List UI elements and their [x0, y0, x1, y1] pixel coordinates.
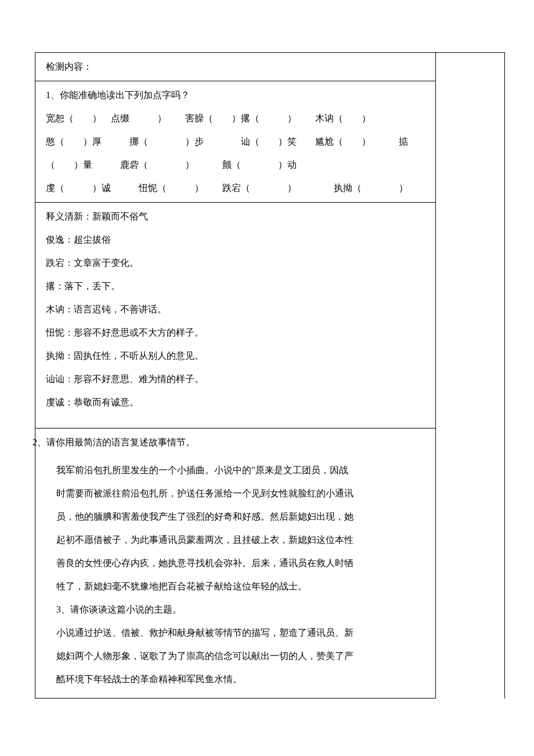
q3-prompt: 3、请你谈谈这篇小说的主题。 — [56, 598, 425, 621]
q1-prompt: 1、你能准确地读出下列加点字吗？ — [46, 84, 425, 107]
header-row: 检测内容： — [35, 53, 435, 81]
q2-body-5: 善良的女性便心存内疚，她执意寻找机会弥补。后来，通讯员在救人时牺 — [56, 552, 425, 575]
q2-body-3: 员，他的腼腆和害羞使我产生了强烈的好奇和好感。然后新媳妇出现，她 — [56, 505, 425, 528]
q2-body-2: 时需要而被派往前沿包扎所，护送任务派给一个见到女性就脸红的小通讯 — [56, 482, 425, 505]
q3-body-1: 小说通过护送、借被、救护和献身献被等情节的描写，塑造了通讯员、新 — [56, 621, 425, 645]
def-2: 俊逸：超尘拔俗 — [46, 228, 425, 251]
q3-body-3: 酷环境下年轻战士的革命精神和军民鱼水情。 — [56, 668, 425, 691]
question-1-block: 1、你能准确地读出下列加点字吗？ 宽恕（ ） 点缀 ） 害臊（ ）撂（ ） 木讷… — [35, 81, 435, 203]
q2-body-1: 我军前沿包扎所里发生的一个小插曲。小说中的"原来是文工团员，因战 — [56, 459, 425, 482]
def-6: 忸怩：形容不好意思或不大方的样子。 — [46, 321, 425, 344]
def-3: 跌宕：文章富于变化。 — [46, 251, 425, 275]
q2-body-6: 牲了，新媳妇毫不犹豫地把百合花被子献给这位年轻的战士。 — [56, 575, 425, 598]
def-1: 释义清新：新颖而不俗气 — [46, 205, 425, 228]
document-outer: 检测内容： 1、你能准确地读出下列加点字吗？ 宽恕（ ） 点缀 ） 害臊（ ）撂… — [35, 52, 505, 699]
q1-line-3: （ ）量 鹿砦（ ） 颤（ ）动 — [46, 153, 425, 177]
q1-line-1: 宽恕（ ） 点缀 ） 害臊（ ）撂（ ） 木讷（ ） — [46, 107, 425, 130]
q2-prompt: 2、请你用最简洁的语言复述故事情节。 — [33, 437, 195, 447]
main-column: 检测内容： 1、你能准确地读出下列加点字吗？ 宽恕（ ） 点缀 ） 害臊（ ）撂… — [35, 53, 435, 699]
def-4: 撂：落下，丢下。 — [46, 275, 425, 298]
q1-line-2: 憨（ ）厚 挪（ ）步 讪（ ）笑 尴尬（ ） 掂 — [46, 130, 425, 153]
header-title: 检测内容： — [46, 62, 92, 71]
definitions-block: 释义清新：新颖而不俗气 俊逸：超尘拔俗 跌宕：文章富于变化。 撂：落下，丢下。 … — [35, 203, 435, 429]
q2-body-4: 起初不愿借被子，为此事通讯员蒙羞两次，且挂破上衣，新媳妇这位本性 — [56, 528, 425, 552]
def-8: 讪讪：形容不好意思、难为情的样子。 — [46, 368, 425, 391]
side-column — [435, 53, 505, 699]
def-7: 执拗：固执任性，不听从别人的意见。 — [46, 344, 425, 368]
q1-line-4: 虔（ ）诚 忸怩（ ） 跌宕（ ） 执拗（ ） — [46, 177, 425, 200]
def-5: 木讷：语言迟钝，不善讲话。 — [46, 298, 425, 321]
q2-prompt-row: 2、请你用最简洁的语言复述故事情节。 — [33, 429, 435, 456]
q3-body-2: 媳妇两个人物形象，讴歌了为了崇高的信念可以献出一切的人，赞美了严 — [56, 645, 425, 668]
def-9: 虔诚：恭敬而有诚意。 — [46, 391, 425, 414]
answers-block: 我军前沿包扎所里发生的一个小插曲。小说中的"原来是文工团员，因战 时需要而被派往… — [35, 456, 435, 699]
